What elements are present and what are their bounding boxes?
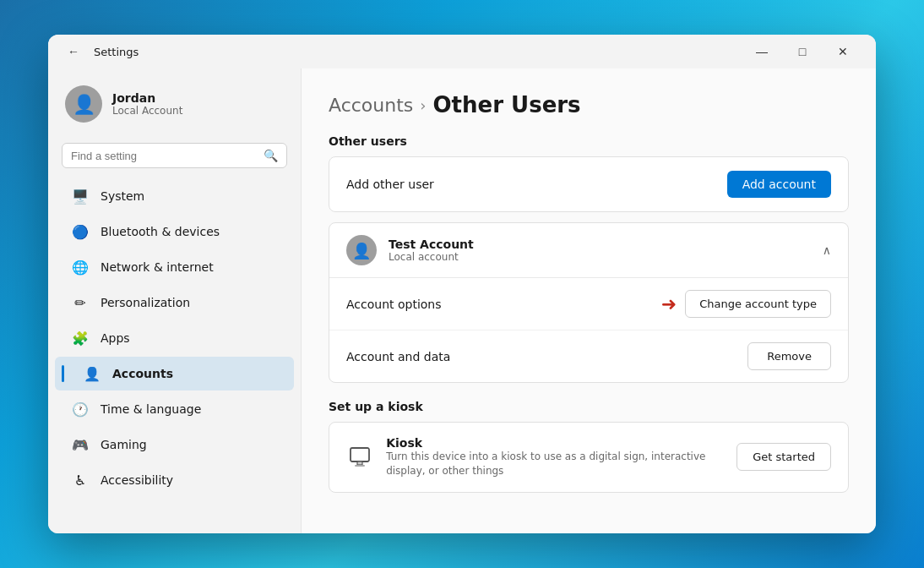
sidebar-item-label: Bluetooth & devices xyxy=(101,225,220,238)
sidebar-item-time[interactable]: 🕐 Time & language xyxy=(55,392,294,426)
sidebar-item-label: Gaming xyxy=(101,438,147,451)
add-user-card: Add other user Add account xyxy=(329,156,849,212)
add-user-row: Add other user Add account xyxy=(329,157,848,211)
gaming-icon: 🎮 xyxy=(72,436,89,453)
red-arrow-icon: ➜ xyxy=(661,293,677,314)
sidebar-item-label: Network & internet xyxy=(101,260,214,274)
test-account-name: Test Account xyxy=(389,238,474,251)
apps-icon: 🧩 xyxy=(72,330,89,347)
user-info: Jordan Local Account xyxy=(112,91,182,117)
breadcrumb-separator: › xyxy=(420,96,426,114)
sidebar: 👤 Jordan Local Account 🔍 🖥️ System 🔵 Blu… xyxy=(48,68,302,533)
test-account-header[interactable]: 👤 Test Account Local account ∧ xyxy=(329,223,848,277)
test-account-card: 👤 Test Account Local account ∧ Account o… xyxy=(329,222,849,383)
maximize-button[interactable]: □ xyxy=(783,38,822,65)
sidebar-item-label: System xyxy=(101,189,144,203)
user-account-type: Local Account xyxy=(112,105,182,117)
test-account-info: Test Account Local account xyxy=(389,238,474,263)
kiosk-section-title: Set up a kiosk xyxy=(329,400,849,413)
window-title: Settings xyxy=(94,46,139,58)
accessibility-icon: ♿ xyxy=(72,472,89,489)
remove-button[interactable]: Remove xyxy=(747,342,831,370)
kiosk-name: Kiosk xyxy=(386,436,736,450)
sidebar-item-accounts[interactable]: 👤 Accounts xyxy=(55,357,294,390)
settings-window: ← Settings — □ ✕ 👤 Jordan Local Account xyxy=(48,35,876,533)
kiosk-section: Set up a kiosk xyxy=(329,400,849,493)
active-indicator xyxy=(62,365,64,382)
avatar-icon: 👤 xyxy=(73,94,95,115)
sidebar-item-apps[interactable]: 🧩 Apps xyxy=(55,321,294,355)
breadcrumb-parent[interactable]: Accounts xyxy=(329,95,413,116)
content-area: Accounts › Other Users Other users Add o… xyxy=(302,68,876,533)
kiosk-left: Kiosk Turn this device into a kiosk to u… xyxy=(346,436,736,478)
kiosk-info: Kiosk Turn this device into a kiosk to u… xyxy=(386,436,736,478)
search-input[interactable] xyxy=(71,150,257,162)
accounts-icon: 👤 xyxy=(84,365,101,382)
breadcrumb-current: Other Users xyxy=(433,92,581,117)
svg-rect-2 xyxy=(355,465,365,467)
get-started-button[interactable]: Get started xyxy=(736,443,831,471)
kiosk-description: Turn this device into a kiosk to use as … xyxy=(386,450,736,478)
test-account-avatar: 👤 xyxy=(346,235,377,265)
test-account-left: 👤 Test Account Local account xyxy=(346,235,474,265)
change-account-type-button[interactable]: Change account type xyxy=(685,290,831,318)
sidebar-item-gaming[interactable]: 🎮 Gaming xyxy=(55,428,294,462)
account-options-row: Account options ➜ Change account type xyxy=(329,278,848,330)
sidebar-item-label: Apps xyxy=(101,331,130,345)
sidebar-item-system[interactable]: 🖥️ System xyxy=(55,179,294,213)
network-icon: 🌐 xyxy=(72,259,89,276)
avatar: 👤 xyxy=(65,85,102,123)
search-icon: 🔍 xyxy=(264,149,278,162)
search-box[interactable]: 🔍 xyxy=(62,143,287,168)
time-icon: 🕐 xyxy=(72,401,89,418)
add-account-button[interactable]: Add account xyxy=(727,171,831,198)
sidebar-item-label: Time & language xyxy=(101,402,201,416)
sidebar-item-accessibility[interactable]: ♿ Accessibility xyxy=(55,463,294,497)
breadcrumb: Accounts › Other Users xyxy=(329,92,849,117)
main-layout: 👤 Jordan Local Account 🔍 🖥️ System 🔵 Blu… xyxy=(48,68,876,533)
close-button[interactable]: ✕ xyxy=(823,38,862,65)
other-users-section-title: Other users xyxy=(329,134,849,148)
chevron-up-icon: ∧ xyxy=(823,243,831,257)
window-controls: — □ ✕ xyxy=(742,38,862,65)
account-data-row: Account and data Remove xyxy=(329,330,848,382)
sidebar-item-label: Accessibility xyxy=(101,473,173,487)
titlebar: ← Settings — □ ✕ xyxy=(48,35,876,68)
sidebar-item-network[interactable]: 🌐 Network & internet xyxy=(55,250,294,284)
sidebar-item-label: Personalization xyxy=(101,296,190,309)
titlebar-left: ← Settings xyxy=(62,40,139,63)
svg-rect-0 xyxy=(351,448,369,462)
minimize-button[interactable]: — xyxy=(742,38,781,65)
sidebar-item-personalization[interactable]: ✏️ Personalization xyxy=(55,286,294,320)
sidebar-item-bluetooth[interactable]: 🔵 Bluetooth & devices xyxy=(55,215,294,248)
user-name: Jordan xyxy=(112,91,182,105)
bluetooth-icon: 🔵 xyxy=(72,223,89,240)
personalization-icon: ✏️ xyxy=(72,294,89,311)
arrow-container: ➜ Change account type xyxy=(661,290,831,318)
test-account-type: Local account xyxy=(389,251,474,263)
kiosk-row: Kiosk Turn this device into a kiosk to u… xyxy=(329,423,848,492)
test-account-expanded: Account options ➜ Change account type Ac… xyxy=(329,277,848,382)
system-icon: 🖥️ xyxy=(72,188,89,205)
test-account-avatar-icon: 👤 xyxy=(352,242,371,259)
kiosk-icon xyxy=(346,442,372,472)
user-profile: 👤 Jordan Local Account xyxy=(48,75,301,139)
sidebar-item-label: Accounts xyxy=(112,367,173,380)
kiosk-card: Kiosk Turn this device into a kiosk to u… xyxy=(329,422,849,493)
back-button[interactable]: ← xyxy=(62,40,85,63)
account-options-label: Account options xyxy=(346,298,442,311)
svg-rect-1 xyxy=(357,462,362,465)
account-data-label: Account and data xyxy=(346,350,450,363)
add-user-label: Add other user xyxy=(346,178,434,191)
